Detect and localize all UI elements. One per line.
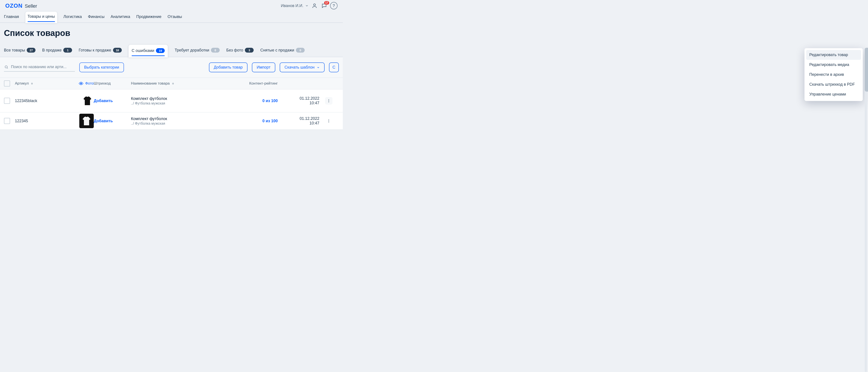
help-icon-button[interactable]: ? [330, 2, 338, 9]
col-name[interactable]: Наименование товара [131, 81, 236, 86]
topbar: OZON Seller Иванов И.И. 17 ? [0, 0, 343, 11]
nav-finance[interactable]: Финансы [88, 11, 105, 23]
status-tabs: Все товары 27 В продаже 1 Готовы к прода… [0, 44, 343, 57]
chevron-down-icon [317, 66, 320, 69]
cell-rating[interactable]: 0 из 100 [262, 119, 278, 123]
search-icon [4, 65, 8, 69]
tab-label: Все товары [4, 48, 25, 53]
profile-icon-button[interactable] [311, 2, 318, 9]
logo-ozon-text: OZON [5, 2, 23, 9]
tab-label: В продаже [42, 48, 62, 53]
nav-promo[interactable]: Продвижение [136, 11, 161, 23]
username-label: Иванов И.И. [281, 3, 303, 8]
product-thumb[interactable] [81, 94, 94, 107]
tab-label: Требует доработки [175, 48, 209, 53]
download-template-button[interactable]: Скачать шаблон [280, 62, 324, 72]
search-input[interactable] [10, 64, 74, 69]
cell-sku: 122345black [15, 99, 70, 103]
kebab-icon [327, 119, 331, 123]
row-actions-button[interactable] [325, 97, 333, 104]
cell-name: Комплект футболок ../ Футболка мужская [131, 117, 236, 126]
logo[interactable]: OZON Seller [5, 2, 37, 9]
kebab-icon [327, 99, 331, 103]
row-checkbox[interactable] [4, 118, 10, 124]
nav-logistics[interactable]: Логистика [64, 11, 82, 23]
choose-categories-button[interactable]: Выбрать категории [79, 62, 124, 72]
table-head: Артикул Фото Штрихкод Наименование товар… [0, 78, 343, 89]
product-thumb[interactable] [79, 114, 94, 128]
svg-point-8 [329, 102, 329, 102]
tab-no-photo[interactable]: Без фото 3 [226, 45, 254, 57]
svg-point-6 [329, 99, 329, 100]
logo-seller-text: Seller [25, 3, 37, 9]
add-barcode-link[interactable]: Добавить [94, 119, 113, 123]
main-nav: Главная Товары и цены Логистика Финансы … [0, 11, 343, 23]
cell-date: 01.12.2022 10:47 [278, 116, 319, 126]
tab-needs-fix[interactable]: Требует доработки 0 [175, 45, 220, 57]
tab-on-sale[interactable]: В продаже 1 [42, 45, 72, 57]
profile-icon [312, 3, 317, 8]
svg-point-0 [314, 4, 316, 6]
svg-point-1 [5, 66, 7, 68]
row-actions-button[interactable] [325, 117, 333, 125]
svg-point-7 [329, 100, 329, 101]
tab-ready[interactable]: Готовы к продаже 18 [79, 45, 122, 57]
tab-count: 0 [296, 48, 305, 53]
tab-count: 27 [27, 48, 35, 53]
tab-label: С ошибками [132, 49, 154, 53]
tab-count: 0 [211, 48, 220, 53]
table-row: 122345black Добавить Комплект футболок .… [0, 89, 343, 113]
svg-point-9 [329, 119, 329, 120]
toolbar: Выбрать категории Добавить товар Импорт … [0, 57, 343, 78]
tshirt-icon [82, 116, 91, 126]
tab-errors[interactable]: С ошибками 19 [128, 44, 168, 57]
sort-down-icon [30, 82, 33, 85]
nav-analytics[interactable]: Аналитика [111, 11, 130, 23]
import-button[interactable]: Импорт [252, 62, 275, 72]
table-row: 122345 Добавить Комплект футболок ../ Фу… [0, 113, 343, 130]
sort-down-icon [172, 82, 175, 85]
svg-line-2 [7, 68, 8, 69]
tab-count: 18 [113, 48, 122, 53]
svg-point-10 [329, 121, 329, 121]
cell-rating[interactable]: 0 из 100 [262, 99, 278, 103]
account-dropdown[interactable]: Иванов И.И. [281, 3, 309, 8]
col-barcode: Штрихкод [94, 81, 131, 86]
nav-reviews[interactable]: Отзывы [167, 11, 182, 23]
cell-date: 01.12.2022 10:47 [278, 96, 319, 105]
cell-name: Комплект футболок ../ Футболка мужская [131, 96, 236, 105]
tshirt-icon [83, 96, 92, 105]
chevron-down-icon [305, 4, 309, 7]
tab-label: Готовы к продаже [79, 48, 111, 53]
svg-point-11 [329, 122, 329, 122]
nav-products[interactable]: Товары и цены [25, 11, 57, 23]
svg-point-4 [81, 83, 82, 84]
add-barcode-link[interactable]: Добавить [94, 99, 113, 103]
button-label: Скачать шаблон [284, 65, 314, 70]
nav-home[interactable]: Главная [4, 11, 19, 23]
tab-count: 1 [63, 48, 72, 53]
cell-sku: 122345 [15, 119, 70, 123]
download-extra-button[interactable]: С [329, 62, 339, 72]
eye-icon [79, 81, 84, 86]
chat-icon-button[interactable]: 17 [320, 2, 328, 9]
tab-count: 19 [156, 48, 165, 53]
tab-archived[interactable]: Снятые с продажи 0 [260, 45, 305, 57]
row-checkbox[interactable] [4, 98, 10, 104]
add-product-button[interactable]: Добавить товар [209, 62, 248, 72]
select-all-checkbox[interactable] [4, 81, 10, 87]
col-rating: Контент-рейтинг [236, 81, 278, 86]
search-wrap[interactable] [4, 63, 75, 72]
tab-label: Снятые с продажи [260, 48, 294, 53]
chat-badge: 17 [324, 1, 329, 5]
help-icon: ? [333, 3, 335, 8]
tab-label: Без фото [226, 48, 243, 53]
col-sku[interactable]: Артикул [15, 81, 70, 86]
page-title: Список товаров [4, 29, 339, 38]
tab-all[interactable]: Все товары 27 [4, 45, 35, 57]
tab-count: 3 [245, 48, 254, 53]
col-photo[interactable]: Фото [70, 81, 94, 86]
